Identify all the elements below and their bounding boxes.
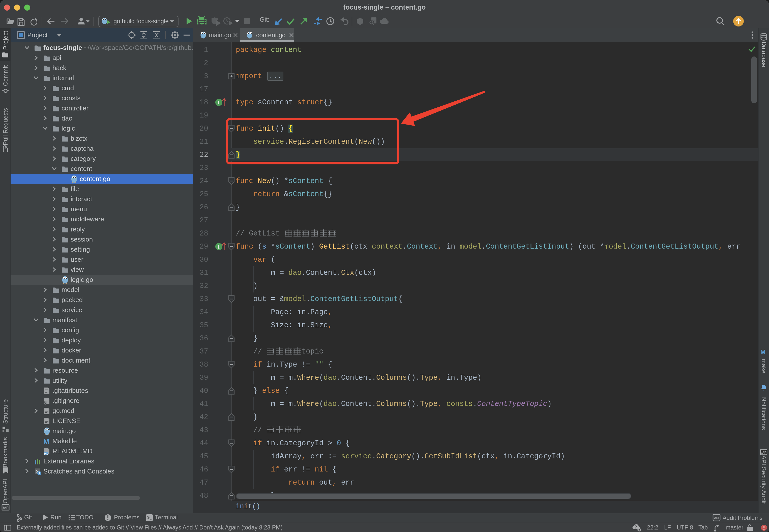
svg-text:I: I <box>218 244 220 250</box>
svg-text:/API: /API <box>3 506 9 510</box>
svg-text:M: M <box>760 348 765 355</box>
svg-text:API: API <box>714 516 719 520</box>
svg-text:?: ? <box>635 525 637 529</box>
svg-text:I: I <box>218 100 220 105</box>
